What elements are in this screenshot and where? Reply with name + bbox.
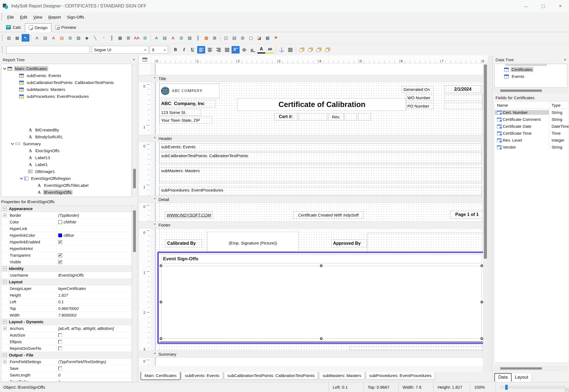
send-backward-button[interactable] — [324, 46, 332, 54]
dbcheckbox-icon[interactable]: ⊠ — [211, 34, 219, 42]
band-title[interactable]: ^Title — [139, 75, 487, 82]
prop-save[interactable]: Save — [1, 365, 131, 372]
close-icon[interactable]: × — [564, 57, 566, 62]
scrollbar-thumb[interactable] — [133, 210, 136, 252]
font-size-combo[interactable]: 9 — [150, 46, 168, 54]
checkbox-unchecked[interactable] — [58, 333, 62, 337]
address-line2-label[interactable]: Your Town State, ZIP — [159, 117, 212, 123]
subreport-icon[interactable]: ▤ — [230, 34, 238, 42]
tab-design[interactable]: Design — [25, 23, 52, 32]
prop-hyperlink[interactable]: HyperLink — [1, 225, 131, 232]
properties-scrollbar[interactable] — [132, 205, 137, 381]
tab-preview[interactable]: Preview — [52, 23, 80, 32]
generated-on-value[interactable]: 2/1/2024 — [444, 85, 481, 93]
selection-handle[interactable] — [481, 301, 483, 303]
address-line1-label[interactable]: 123 Some St. — [159, 109, 201, 116]
prop-autosize[interactable]: AutoSize — [1, 332, 131, 338]
report-tree-scrollbar[interactable] — [132, 64, 137, 197]
collapse-band-icon[interactable]: ^ — [154, 353, 156, 355]
approved-by-label[interactable]: Approved By — [331, 240, 367, 247]
tree-item-label13[interactable]: ALabel13 — [1, 154, 131, 161]
barcode-icon[interactable]: ║ — [108, 34, 116, 42]
tree-item-eventsignoffstitlelabel[interactable]: AEventSignOffsTitleLabel — [1, 182, 131, 189]
map-pin-icon[interactable]: ⚑ — [272, 34, 280, 42]
page-number-label[interactable]: Page 1 of 1 — [450, 211, 484, 218]
footer-remnant-box[interactable] — [350, 347, 484, 350]
subreport-divider[interactable] — [159, 183, 482, 186]
prop-left[interactable]: Left0.1 — [1, 299, 131, 305]
field-row-rev-level[interactable]: Rev. LevelInteger — [495, 137, 569, 144]
group-layout-dynamic[interactable]: −Layout - Dynamic — [1, 319, 131, 325]
align-justify-button[interactable] — [223, 46, 231, 54]
tab-main-certificates[interactable]: Main: Certificates — [141, 372, 181, 380]
checkbox-checked[interactable]: ✔ — [58, 260, 62, 264]
created-with-label[interactable]: Certificate Created With IndySoft — [293, 211, 364, 218]
bring-to-front-button[interactable] — [298, 46, 306, 54]
tree-item-events[interactable]: Events — [495, 73, 567, 80]
subreport-subprocedures[interactable]: subProcedures: EventProcedures — [159, 187, 482, 195]
highlight-color-button[interactable]: ab — [266, 46, 274, 54]
label-icon[interactable]: A — [33, 34, 41, 42]
group-identity[interactable]: −Identity — [1, 265, 131, 272]
event-signoffs-title-label[interactable]: Event Sign-Offs — [161, 254, 482, 263]
collapse-icon[interactable]: − — [3, 267, 7, 270]
dbimage-icon[interactable]: ▨ — [186, 34, 194, 42]
tab-subprocedures[interactable]: subProcedures: EventProcedures — [366, 372, 435, 380]
align-right-button[interactable] — [214, 46, 222, 54]
tree-item-lblindysofturl[interactable]: AlblIndySoftURL — [1, 133, 131, 140]
collapse-band-icon[interactable]: ^ — [154, 223, 156, 226]
group-output-file[interactable]: −Output - File — [1, 352, 131, 358]
prop-reprintonoverflow[interactable]: ReprintOnOverFlo — [1, 345, 131, 352]
document-title-label[interactable]: Certificate of Calibration — [238, 98, 406, 111]
tree-item-ldocsignoffs[interactable]: AlDocSignOffs — [1, 147, 131, 154]
dbmemo-icon[interactable]: ▤ — [161, 34, 169, 42]
crosstab-icon[interactable]: ⊞ — [239, 34, 247, 42]
menu-file[interactable]: File — [4, 13, 17, 21]
underline-button[interactable]: U — [189, 46, 197, 54]
dbbarcode-icon[interactable]: ║ — [194, 34, 202, 42]
generated-on-label[interactable]: Generated On — [402, 86, 433, 93]
line-icon[interactable]: ╲ — [91, 34, 99, 42]
scrollbar-thumb[interactable] — [484, 65, 487, 259]
paintbox-icon[interactable]: ◪ — [255, 34, 263, 42]
wo-number-field[interactable] — [444, 94, 483, 101]
menu-edit[interactable]: Edit — [17, 13, 30, 21]
checkbox-unchecked[interactable] — [58, 340, 62, 344]
tree-item-dbimage1[interactable]: DBImage1 — [1, 168, 131, 175]
object-selector-combo[interactable] — [6, 46, 90, 54]
field-row-cert-number[interactable]: Cert. NumberString — [495, 109, 569, 116]
toolbar-grip[interactable] — [1, 14, 3, 20]
barcode2d-icon[interactable]: ▩ — [116, 34, 124, 42]
collapse-band-icon[interactable]: ^ — [154, 137, 156, 140]
tree-item-label1[interactable]: ALabel1 — [1, 161, 131, 168]
tab-subcalibrationtestpoints[interactable]: subCalibrationTestPoints: CalibrationTes… — [224, 372, 318, 380]
close-button[interactable]: ✕ — [552, 0, 569, 12]
dbbarcode2d-icon[interactable]: ▩ — [202, 34, 210, 42]
tab-calc[interactable]: Calc — [2, 23, 25, 32]
checkbox-checked[interactable]: ✔ — [58, 253, 62, 257]
tab-subevents[interactable]: subEvents: Events — [181, 372, 223, 380]
selection-handle[interactable] — [320, 264, 322, 267]
company-name-label[interactable]: ABC Company, Inc — [159, 100, 215, 107]
variable-icon[interactable]: ⊞ — [66, 34, 74, 42]
bring-forward-button[interactable] — [315, 46, 323, 54]
menu-sign-offs[interactable]: Sign-Offs — [64, 13, 87, 21]
prop-top[interactable]: Top0.96670002 — [1, 305, 131, 312]
expand-icon[interactable]: + — [3, 213, 7, 217]
tree-item-subcalibrationtestpoints[interactable]: subCalibrationTestPoints: CalibrationTes… — [1, 79, 131, 86]
tree-item-main-certificates[interactable]: Main: Certificates — [1, 65, 131, 72]
italic-button[interactable]: I — [180, 46, 188, 54]
subreport-subevents[interactable]: subEvents: Events — [159, 144, 482, 151]
tab-layout[interactable]: Layout — [512, 374, 532, 381]
chevron-down-icon[interactable] — [11, 142, 14, 145]
align-top-button[interactable] — [232, 46, 240, 54]
expand-icon[interactable]: + — [3, 327, 7, 330]
band-detail[interactable]: ^Detail — [139, 196, 487, 203]
table-grid-icon[interactable]: ▦ — [264, 34, 271, 42]
prop-saveorder[interactable]: SaveOrder1 — [1, 378, 131, 381]
cert-number-field[interactable] — [299, 113, 327, 120]
prop-username[interactable]: UserNamelEventSignOffs — [1, 272, 131, 279]
prop-color[interactable]: ColorclWhite — [1, 219, 131, 225]
group-layout[interactable]: −Layout — [1, 279, 131, 285]
align-middle-button[interactable] — [240, 46, 248, 54]
